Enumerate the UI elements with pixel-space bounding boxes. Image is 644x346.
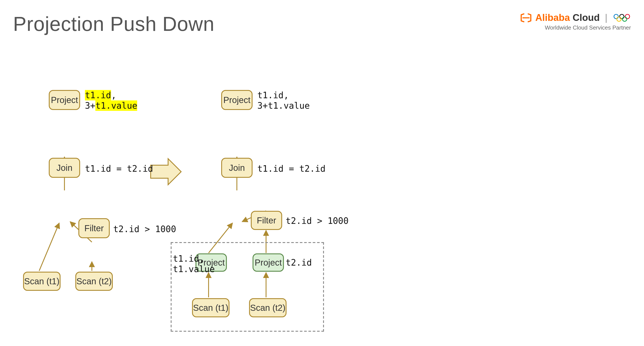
node-right-project-t2: Project: [252, 253, 284, 272]
edge-left-scant1-to-join: [39, 223, 59, 271]
brand-divider: |: [605, 12, 608, 23]
annot-left-filter: t2.id > 1000: [113, 224, 176, 234]
annot-right-project-t2: t2.id: [286, 257, 312, 268]
slide-title: Projection Push Down: [13, 12, 214, 36]
brand-row: Alibaba Cloud |: [520, 12, 631, 23]
annot-left-project-hl2: t1.value: [95, 100, 138, 111]
node-right-filter: Filter: [251, 211, 282, 230]
alibaba-logo-icon: [520, 13, 532, 23]
annot-right-project-t1: t1.id, t1.value: [173, 253, 215, 274]
node-right-join: Join: [221, 158, 252, 178]
annot-left-join: t1.id = t2.id: [85, 164, 153, 174]
brand-name: Alibaba Cloud: [535, 12, 600, 23]
olympic-rings-icon: [613, 13, 631, 23]
annot-right-project: t1.id, 3+t1.value: [257, 90, 310, 111]
svg-point-2: [625, 14, 630, 19]
node-left-join: Join: [49, 158, 80, 178]
annot-right-join: t1.id = t2.id: [257, 164, 326, 174]
svg-point-1: [620, 14, 624, 19]
annot-left-project-l2p: 3+: [85, 100, 95, 111]
node-left-project: Project: [49, 90, 80, 110]
annot-left-project: t1.id, 3+t1.value: [85, 90, 138, 111]
node-left-scan-t1: Scan (t1): [23, 272, 60, 291]
node-right-scan-t1: Scan (t1): [192, 298, 230, 317]
svg-point-3: [617, 17, 621, 21]
brand-tagline: Worldwide Cloud Services Partner: [520, 24, 631, 31]
annot-right-filter: t2.id > 1000: [286, 216, 348, 226]
node-left-filter: Filter: [78, 218, 110, 238]
brand-name-suffix: Cloud: [570, 12, 600, 23]
node-left-scan-t2: Scan (t2): [75, 272, 113, 291]
transition-arrow-icon: [151, 159, 181, 185]
branding-block: Alibaba Cloud | Worldwide Cloud Services…: [520, 12, 631, 31]
slide: Projection Push Down Alibaba Cloud |: [0, 0, 644, 346]
node-right-project: Project: [221, 90, 252, 110]
annot-left-project-hl1: t1.id: [85, 90, 111, 100]
svg-point-4: [622, 17, 627, 21]
brand-name-prefix: Alibaba: [535, 12, 570, 23]
svg-point-0: [614, 14, 618, 19]
node-right-scan-t2: Scan (t2): [249, 298, 286, 317]
